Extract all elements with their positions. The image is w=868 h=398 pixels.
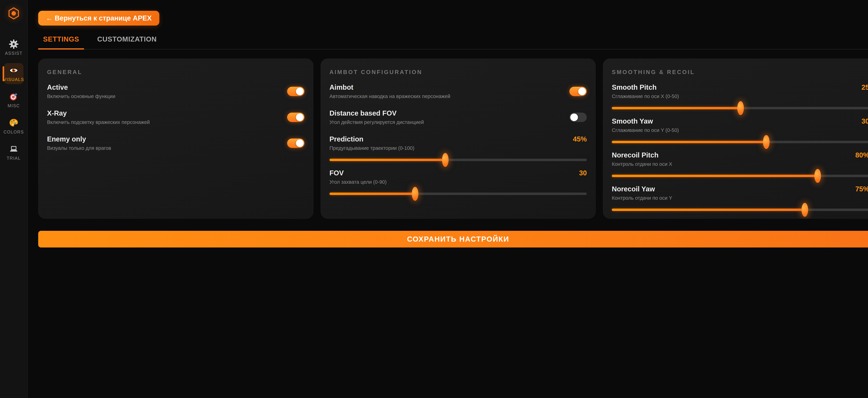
toggle-knob [296, 113, 304, 121]
hexagon-logo-icon [8, 7, 19, 20]
toggle-distance-based-fov[interactable] [569, 113, 587, 122]
target-icon [9, 92, 19, 102]
slider-thumb[interactable] [763, 135, 770, 149]
setting-subtitle: Включить подсветку вражеских персонажей [47, 119, 150, 125]
setting-title: Active [47, 83, 115, 91]
slider-thumb[interactable] [814, 169, 821, 183]
slider-value: 45% [573, 135, 587, 143]
slider-value: 30 [861, 117, 868, 125]
tab-bar: SETTINGSCUSTOMIZATION [38, 35, 868, 50]
sidebar-item-label: VISUALS [3, 77, 24, 82]
slider-row-prediction: Prediction 45% Предугадывание траектории… [330, 135, 587, 161]
main-content: ← Вернуться к странице APEX SETTINGSCUST… [28, 0, 868, 248]
slider-fill [330, 159, 445, 161]
sidebar-item-trial[interactable]: TRIAL [4, 142, 24, 163]
slider-value: 80% [855, 151, 868, 159]
slider-value: 30 [579, 169, 587, 177]
slider-prediction[interactable] [330, 159, 587, 161]
setting-subtitle: Сглаживание по оси Y (0-50) [612, 127, 868, 133]
gear-icon [9, 39, 19, 49]
slider-value: 75% [855, 185, 868, 193]
toggle-knob [578, 88, 586, 95]
setting-title: FOV [330, 169, 344, 177]
setting-title: X-Ray [47, 109, 150, 117]
setting-subtitle: Угол действия регулируется дистанцией [330, 119, 424, 125]
laptop-icon [9, 144, 19, 154]
setting-subtitle: Визуалы только для врагов [47, 145, 111, 151]
slider-smooth-yaw[interactable] [612, 141, 868, 143]
palette-icon [9, 118, 19, 128]
panel-aimbot-configuration: AIMBOT CONFIGURATION Aimbot Автоматическ… [321, 59, 596, 219]
panel-title: GENERAL [47, 69, 305, 76]
slider-fill [612, 175, 818, 177]
sidebar: ASSIST VISUALS MISC COLORS [0, 0, 28, 398]
slider-norecoil-yaw[interactable] [612, 208, 868, 211]
slider-row-norecoil-pitch: Norecoil Pitch 80% Контроль отдачи по ос… [612, 151, 868, 177]
setting-subtitle: Предугадывание траектории (0-100) [330, 145, 587, 151]
panel-general: GENERAL Active Включить основные функции… [38, 59, 313, 219]
sidebar-nav: ASSIST VISUALS MISC COLORS [4, 37, 24, 168]
slider-fill [612, 208, 805, 211]
slider-row-smooth-yaw: Smooth Yaw 30 Сглаживание по оси Y (0-50… [612, 117, 868, 143]
setting-subtitle: Контроль отдачи по оси X [612, 161, 868, 167]
setting-subtitle: Автоматическая наводка на вражеских перс… [330, 93, 450, 99]
slider-row-fov: FOV 30 Угол захвата цели (0-90) [330, 169, 587, 195]
slider-smooth-pitch[interactable] [612, 107, 868, 109]
setting-title: Prediction [330, 135, 364, 143]
slider-row-smooth-pitch: Smooth Pitch 25 Сглаживание по оси X (0-… [612, 83, 868, 109]
tab-settings[interactable]: SETTINGS [38, 35, 84, 50]
sidebar-item-visuals[interactable]: VISUALS [4, 63, 24, 84]
save-settings-button[interactable]: СОХРАНИТЬ НАСТРОЙКИ [38, 231, 868, 248]
sidebar-item-colors[interactable]: COLORS [4, 116, 24, 137]
toggle-knob [296, 139, 304, 147]
toggle-row-aimbot: Aimbot Автоматическая наводка на вражеск… [330, 83, 587, 99]
setting-title: Enemy only [47, 135, 111, 143]
tab-customization[interactable]: CUSTOMIZATION [92, 35, 162, 50]
setting-title: Aimbot [330, 83, 450, 91]
toggle-aimbot[interactable] [569, 87, 587, 96]
settings-panels: GENERAL Active Включить основные функции… [38, 59, 868, 219]
sidebar-item-misc[interactable]: MISC [4, 89, 24, 110]
setting-title: Norecoil Pitch [612, 151, 658, 159]
back-to-apex-button[interactable]: ← Вернуться к странице APEX [38, 11, 159, 26]
setting-subtitle: Сглаживание по оси X (0-50) [612, 93, 868, 99]
slider-thumb[interactable] [442, 153, 448, 167]
toggle-active[interactable] [287, 87, 305, 96]
setting-subtitle: Включить основные функции [47, 93, 115, 99]
toggle-row-active: Active Включить основные функции [47, 83, 305, 99]
slider-fov[interactable] [330, 193, 587, 195]
toggle-x-ray[interactable] [287, 113, 305, 122]
slider-norecoil-pitch[interactable] [612, 175, 868, 177]
slider-value: 25 [861, 83, 868, 91]
toggle-row-x-ray: X-Ray Включить подсветку вражеских персо… [47, 109, 305, 125]
sidebar-item-label: MISC [8, 103, 20, 108]
slider-fill [612, 107, 740, 109]
slider-thumb[interactable] [737, 101, 744, 115]
sidebar-item-label: ASSIST [5, 51, 23, 56]
sidebar-item-assist[interactable]: ASSIST [4, 37, 24, 58]
setting-title: Norecoil Yaw [612, 185, 655, 193]
toggle-row-distance-based-fov: Distance based FOV Угол действия регулир… [330, 109, 587, 125]
sidebar-item-label: COLORS [3, 130, 24, 135]
panel-smoothing-recoil: SMOOTHING & RECOIL Smooth Pitch 25 Сглаж… [603, 59, 868, 219]
setting-title: Distance based FOV [330, 109, 424, 117]
setting-title: Smooth Yaw [612, 117, 653, 125]
setting-subtitle: Контроль отдачи по оси Y [612, 195, 868, 201]
slider-thumb[interactable] [802, 203, 808, 217]
panel-title: SMOOTHING & RECOIL [612, 69, 868, 76]
toggle-enemy-only[interactable] [287, 139, 305, 148]
slider-fill [612, 141, 766, 143]
toggle-knob [296, 88, 304, 95]
toggle-row-enemy-only: Enemy only Визуалы только для врагов [47, 135, 305, 151]
setting-subtitle: Угол захвата цели (0-90) [330, 179, 587, 185]
toggle-knob [570, 113, 578, 121]
panel-title: AIMBOT CONFIGURATION [330, 69, 587, 76]
setting-title: Smooth Pitch [612, 83, 656, 91]
sidebar-item-label: TRIAL [7, 156, 21, 161]
slider-thumb[interactable] [412, 187, 418, 201]
eye-icon [9, 65, 19, 75]
slider-fill [330, 193, 415, 195]
slider-row-norecoil-yaw: Norecoil Yaw 75% Контроль отдачи по оси … [612, 185, 868, 211]
